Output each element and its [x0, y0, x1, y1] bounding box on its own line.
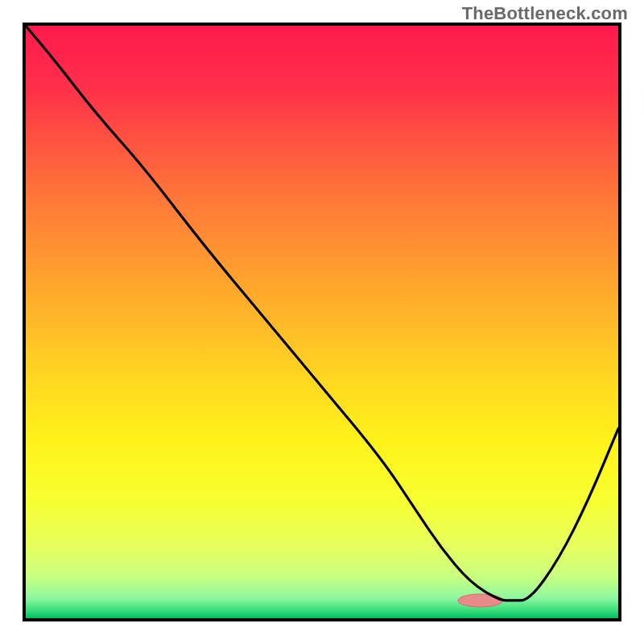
watermark-text: TheBottleneck.com — [462, 3, 628, 24]
chart-svg — [26, 26, 618, 618]
optimal-range-marker — [458, 594, 503, 607]
gradient-background — [26, 26, 618, 618]
chart-container: TheBottleneck.com — [0, 0, 644, 644]
plot-area — [23, 23, 621, 621]
